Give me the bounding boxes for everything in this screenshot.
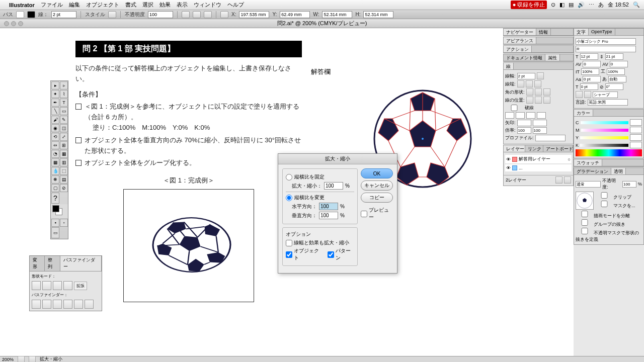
lasso-tool[interactable]: ⌇	[60, 90, 68, 98]
stroke-weight[interactable]	[51, 11, 76, 18]
transform-btn[interactable]	[220, 11, 228, 18]
align-btn[interactable]	[182, 11, 190, 18]
font-size[interactable]	[580, 53, 598, 60]
crop-btn[interactable]	[63, 300, 72, 309]
type-tool[interactable]: T	[60, 99, 68, 107]
menu-window[interactable]: ウィンドウ	[194, 1, 221, 9]
tab-gradient[interactable]: グラデーション	[574, 168, 611, 174]
gradient-mode[interactable]: ▫	[60, 219, 68, 227]
wifi-icon[interactable]: ⋯	[589, 2, 594, 8]
blend-mode[interactable]	[576, 181, 601, 188]
tab-appearance[interactable]: アピアランス	[504, 37, 536, 44]
input-icon[interactable]: あ	[598, 1, 604, 9]
expand-btn[interactable]: 拡張	[74, 282, 87, 290]
eye-icon[interactable]: 👁	[506, 165, 511, 170]
tab-layers[interactable]: レイヤー	[504, 145, 525, 152]
rect-tool[interactable]: ▭	[60, 107, 68, 115]
app-name[interactable]: Illustrator	[9, 2, 35, 8]
font-style[interactable]	[576, 46, 636, 52]
eye-icon[interactable]: 👁	[506, 157, 511, 162]
magic-wand-tool[interactable]: ✦	[51, 90, 59, 98]
spotlight-icon[interactable]: 🔍	[633, 2, 640, 8]
zoom-dot[interactable]	[18, 21, 23, 26]
tab-transparency[interactable]: 透明	[611, 168, 626, 174]
unite-btn[interactable]	[32, 281, 41, 290]
join-miter-icon[interactable]	[526, 88, 533, 96]
menu-effect[interactable]: 効果	[159, 1, 171, 9]
selection-tool[interactable]: ▸	[51, 81, 59, 89]
horiz-input[interactable]	[319, 203, 338, 210]
mesh-tool[interactable]: ▩	[51, 158, 59, 166]
menu-select[interactable]: 選択	[142, 1, 153, 9]
stroke-swatch[interactable]	[27, 11, 35, 18]
font-family[interactable]	[576, 38, 636, 45]
isolate-check[interactable]	[576, 211, 594, 217]
nonuniform-radio[interactable]	[286, 195, 292, 201]
symbol-tool[interactable]: ❋	[51, 175, 59, 184]
tab-transform[interactable]: 変形	[30, 256, 45, 271]
tracking[interactable]	[610, 61, 628, 67]
nav-btn[interactable]	[29, 356, 36, 363]
knockout-check[interactable]	[576, 219, 594, 226]
menu-help[interactable]: ヘルプ	[227, 1, 244, 9]
style-menu[interactable]	[108, 11, 116, 18]
volume-icon[interactable]: 🔊	[578, 2, 585, 8]
status-icon[interactable]: ⊙	[551, 2, 555, 8]
stroke-weight-input[interactable]	[517, 73, 535, 79]
tab-info[interactable]: 情報	[536, 29, 551, 35]
layer-name[interactable]: 解答用レイヤー	[519, 156, 550, 162]
align-outside-icon[interactable]	[543, 97, 550, 104]
artboard-tool[interactable]: ▢	[51, 184, 59, 192]
w-input[interactable]	[322, 11, 352, 18]
brush-tool[interactable]: 🖌	[51, 116, 59, 124]
exclude-btn[interactable]	[63, 281, 72, 290]
min-dot[interactable]	[11, 21, 16, 26]
merge-btn[interactable]	[53, 300, 62, 309]
slice-tool[interactable]: ⊘	[60, 184, 68, 192]
trim-btn[interactable]	[42, 300, 51, 309]
underline-icon[interactable]	[576, 91, 583, 98]
status-icon[interactable]: ◧	[559, 2, 565, 8]
pen-tool[interactable]: ✒	[51, 99, 59, 107]
fill-stroke-swatch[interactable]	[51, 204, 68, 218]
align-center-icon[interactable]	[526, 97, 533, 104]
outline-btn[interactable]	[74, 300, 83, 309]
copy-button[interactable]: コピー	[361, 193, 393, 203]
divide-btn[interactable]	[32, 300, 41, 309]
perspective-tool[interactable]: ▦	[60, 150, 68, 158]
tab-attrs[interactable]: 属性	[545, 54, 560, 61]
tab-pathfinder[interactable]: パスファインダー	[60, 256, 102, 271]
rotate-tool[interactable]: ⟲	[51, 133, 59, 141]
patterns-check[interactable]	[328, 251, 334, 258]
join-round-icon[interactable]	[535, 88, 542, 96]
cancel-button[interactable]: キャンセル	[361, 180, 393, 191]
free-transform-tool[interactable]: ⊞	[60, 141, 68, 149]
trash-icon[interactable]	[564, 176, 571, 184]
kerning[interactable]	[583, 61, 601, 67]
gradient-tool[interactable]: ▥	[60, 158, 68, 166]
x-input[interactable]	[239, 11, 269, 18]
dash-input[interactable]	[505, 112, 514, 119]
preview-check[interactable]	[361, 211, 367, 217]
menu-clock[interactable]: 金 18:52	[608, 1, 629, 9]
uniform-input[interactable]	[324, 182, 343, 190]
ok-button[interactable]: OK	[361, 168, 393, 178]
nav-btn[interactable]	[18, 356, 25, 363]
opacity-mask-check[interactable]	[576, 228, 594, 234]
y-slider[interactable]	[580, 136, 628, 139]
layer-name[interactable]: ...	[519, 165, 523, 170]
leading[interactable]	[605, 53, 623, 60]
arrow-start[interactable]	[517, 120, 531, 126]
minus-front-btn[interactable]	[42, 281, 51, 290]
fill-swatch[interactable]	[16, 11, 24, 18]
blob-tool[interactable]: ◉	[51, 124, 59, 132]
dashed-check[interactable]	[505, 105, 523, 111]
tab-stroke[interactable]: 線	[504, 63, 514, 69]
pencil-tool[interactable]: ✎	[60, 116, 68, 124]
cap-square-icon[interactable]	[534, 80, 541, 87]
minus-back-btn[interactable]	[85, 300, 94, 309]
k-slider[interactable]	[580, 144, 628, 147]
shape-builder-tool[interactable]: ◔	[51, 150, 59, 158]
hand-tool[interactable]: ?	[51, 193, 59, 204]
tab-links[interactable]: リンク	[525, 145, 543, 152]
